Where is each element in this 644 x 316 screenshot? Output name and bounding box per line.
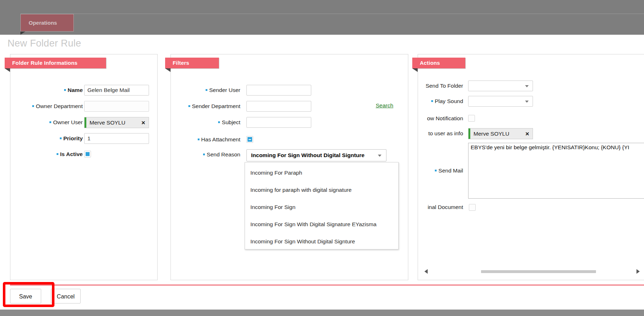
required-bullet-icon bbox=[188, 105, 190, 107]
owner-user-value: Merve SOYLU bbox=[86, 120, 138, 126]
send-mail-textarea[interactable]: EBYS'de yeni bir belge gelmiştir. {YENIS… bbox=[468, 143, 644, 199]
owner-department-input[interactable] bbox=[84, 101, 149, 112]
new-folder-rule-screen: { "topbar": { "tab_label": "Operations" … bbox=[0, 0, 644, 316]
save-button[interactable]: Save bbox=[10, 289, 41, 303]
filters-ribbon: Filters bbox=[165, 58, 219, 68]
required-bullet-icon bbox=[64, 89, 66, 91]
required-bullet-icon bbox=[32, 105, 34, 107]
required-bullet-icon bbox=[431, 100, 433, 102]
has-attachment-label: Has Attachment bbox=[171, 134, 240, 145]
to-user-as-info-label: to user as info bbox=[418, 128, 463, 139]
send-reason-option[interactable]: Incoming For Paraph bbox=[245, 164, 398, 181]
tab-fold-decoration bbox=[20, 31, 25, 35]
chevron-down-icon bbox=[525, 85, 529, 87]
send-reason-dropdown[interactable]: Incoming For Sign Without Digital Signtu… bbox=[246, 149, 386, 161]
send-reason-selected-value: Incoming For Sign Without Digital Signtu… bbox=[251, 152, 365, 158]
owner-user-label: Owner User bbox=[10, 117, 83, 128]
ribbon-fold-decoration bbox=[412, 68, 418, 72]
subject-input[interactable] bbox=[246, 117, 311, 128]
cancel-button[interactable]: Cancel bbox=[51, 289, 81, 303]
send-reason-option[interactable]: Incoming For Sign With Digital Signature… bbox=[245, 216, 398, 233]
footer-separator-line bbox=[10, 285, 644, 286]
ribbon-fold-decoration bbox=[165, 68, 170, 72]
required-bullet-icon bbox=[218, 121, 220, 123]
required-bullet-icon bbox=[57, 153, 58, 155]
footer-bar bbox=[0, 310, 644, 316]
actions-ribbon: Actions bbox=[412, 58, 465, 68]
required-bullet-icon bbox=[198, 138, 200, 140]
required-bullet-icon bbox=[435, 170, 437, 171]
play-sound-dropdown[interactable] bbox=[468, 96, 533, 107]
to-user-as-info-clear-icon[interactable]: ✕ bbox=[522, 131, 533, 137]
ribbon-fold-decoration bbox=[5, 68, 10, 72]
name-input[interactable] bbox=[84, 85, 149, 96]
send-to-folder-label: Send To Folder bbox=[418, 81, 463, 91]
chevron-down-icon bbox=[378, 155, 381, 157]
is-active-checkbox[interactable] bbox=[84, 151, 91, 157]
sender-department-input[interactable] bbox=[246, 101, 311, 112]
owner-user-clear-icon[interactable]: ✕ bbox=[138, 120, 149, 126]
send-reason-label: Send Reason bbox=[171, 149, 240, 160]
scroll-left-icon[interactable] bbox=[424, 269, 428, 274]
required-bullet-icon bbox=[60, 137, 62, 139]
to-user-as-info-value: Merve SOYLU bbox=[470, 131, 522, 137]
name-label: Name bbox=[10, 85, 83, 96]
original-document-label: inal Document bbox=[418, 202, 463, 213]
chevron-down-icon bbox=[525, 101, 529, 103]
priority-input[interactable] bbox=[84, 133, 149, 144]
has-attachment-checkbox[interactable] bbox=[246, 136, 253, 143]
original-document-checkbox[interactable] bbox=[469, 204, 476, 211]
actions-panel: Send To Folder Play Sound ow Notificatio… bbox=[418, 54, 644, 280]
play-sound-label: Play Sound bbox=[418, 96, 463, 107]
subject-label: Subject bbox=[171, 117, 240, 128]
filters-panel: Sender User Sender Department Search Sub… bbox=[170, 54, 408, 280]
tab-strip-line bbox=[20, 14, 644, 14]
send-mail-label: Send Mail bbox=[418, 165, 463, 176]
checkbox-checked-mark bbox=[86, 152, 90, 156]
folder-rule-informations-panel: Name Owner Department Owner User Merve S… bbox=[10, 54, 158, 280]
checkbox-indeterminate-mark bbox=[247, 137, 252, 142]
sender-user-label: Sender User bbox=[171, 85, 240, 96]
owner-user-chip[interactable]: Merve SOYLU ✕ bbox=[84, 117, 149, 128]
sender-department-label: Sender Department bbox=[171, 101, 240, 112]
show-notification-label: ow Notification bbox=[418, 113, 463, 124]
send-reason-option[interactable]: Incoming For Sign bbox=[245, 199, 398, 216]
owner-department-label: Owner Department bbox=[10, 101, 83, 112]
page-title: New Folder Rule bbox=[8, 38, 81, 49]
send-reason-option[interactable]: Incoming For Sign Without Digital Signtu… bbox=[245, 233, 398, 250]
priority-label: Priority bbox=[10, 133, 83, 144]
to-user-as-info-chip[interactable]: Merve SOYLU ✕ bbox=[468, 128, 533, 139]
sender-user-input[interactable] bbox=[246, 85, 311, 96]
operations-tab[interactable]: Operations bbox=[20, 14, 74, 31]
required-bullet-icon bbox=[203, 154, 205, 155]
required-bullet-icon bbox=[206, 89, 207, 91]
dimmed-overlay-bar: Operations bbox=[0, 0, 644, 35]
send-reason-option[interactable]: Incoming for paraph with digital signatu… bbox=[245, 181, 398, 199]
is-active-label: Is Active bbox=[10, 149, 83, 160]
send-to-folder-dropdown[interactable] bbox=[468, 81, 533, 91]
required-bullet-icon bbox=[49, 121, 51, 123]
scroll-right-icon[interactable] bbox=[636, 269, 640, 274]
show-notification-checkbox[interactable] bbox=[468, 115, 475, 122]
send-reason-options-list: Incoming For Paraph Incoming for paraph … bbox=[245, 162, 399, 249]
hscrollbar-thumb[interactable] bbox=[481, 270, 596, 273]
folder-rule-informations-ribbon: Folder Rule Informations bbox=[5, 58, 106, 68]
search-link[interactable]: Search bbox=[376, 102, 393, 109]
